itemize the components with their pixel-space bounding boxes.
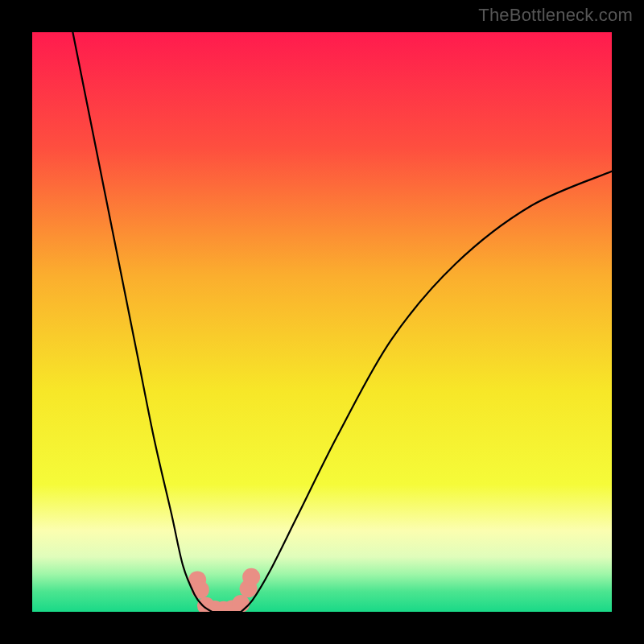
marker-dot <box>242 568 260 586</box>
chart-frame: TheBottleneck.com <box>0 0 644 644</box>
left-curve <box>72 32 212 612</box>
marker-dot <box>192 581 209 599</box>
watermark-text: TheBottleneck.com <box>478 5 633 26</box>
plot-area <box>32 32 612 612</box>
marker-dot <box>232 595 250 612</box>
right-curve <box>241 171 612 612</box>
curve-layer <box>32 32 612 612</box>
